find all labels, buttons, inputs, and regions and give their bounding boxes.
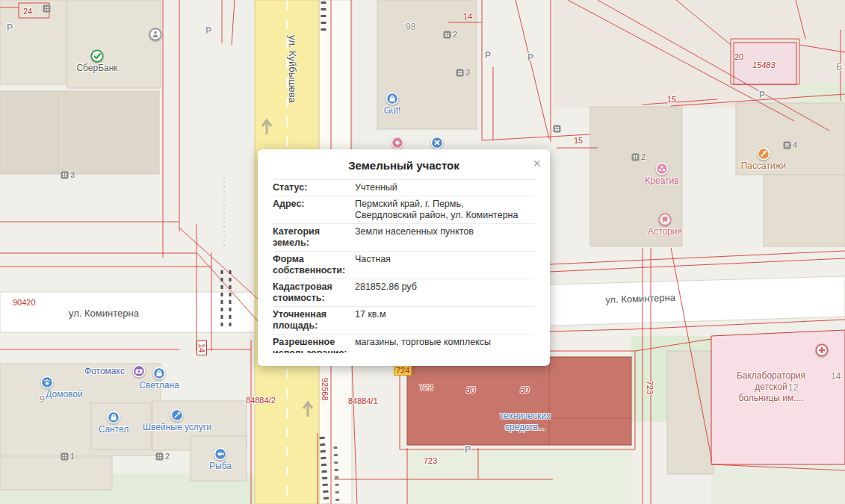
field-value: Земли населенных пунктов [355, 226, 486, 249]
building-number: 2 [165, 452, 170, 461]
popup-row: Форма собственности:Частная [273, 252, 535, 279]
building-marker [43, 4, 51, 13]
building-icon [43, 4, 51, 13]
popup-row: Статус:Учтенный [273, 180, 535, 196]
field-label: Кадастровая стоимость: [273, 281, 355, 304]
parking-icon: Р [527, 53, 533, 63]
field-label: Форма собственности: [273, 254, 355, 276]
parcel-number: 723 [419, 383, 433, 392]
building-icon [61, 452, 69, 461]
poi-label[interactable]: Креатив [645, 176, 678, 186]
poi-label[interactable]: Сантел [99, 425, 129, 435]
poi-label[interactable]: СберБанк [76, 63, 117, 73]
building-icon [783, 141, 791, 149]
building-number: 3 [465, 68, 470, 77]
fish-blue-icon[interactable] [214, 447, 227, 461]
tooth-pink-icon[interactable] [658, 213, 672, 226]
parking-icon: Р [465, 445, 471, 455]
building-number: 4 [793, 140, 797, 149]
shop-blue-icon[interactable] [386, 92, 399, 105]
map-text-label: техническихсредств... [500, 411, 551, 433]
building-icon [631, 153, 640, 161]
map-viewer[interactable]: ул. Куйбышеваул. Коминтернаул. Коминтерн… [0, 0, 845, 504]
popup-row: Категория земель:Земли населенных пункто… [273, 224, 535, 252]
popup-row: Разрешенное использование:магазины, торг… [273, 335, 535, 353]
building-marker: 2 [443, 30, 457, 39]
building-marker: 2 [155, 452, 170, 461]
poi-label[interactable]: Рыба [209, 461, 232, 471]
parcel-number: 20 [734, 52, 743, 61]
parking-icon: Р [485, 51, 491, 60]
field-value: 281852.86 руб [355, 281, 429, 304]
popup-row: Кадастровая стоимость:281852.86 руб [273, 279, 535, 307]
shop-blue-icon[interactable] [107, 411, 120, 424]
building-number: 3 [70, 170, 75, 179]
building-marker: 3 [61, 170, 75, 179]
building-marker: 1 [61, 452, 75, 461]
field-value: Частная [355, 254, 403, 276]
parcel-number: 30 [466, 385, 475, 394]
flower-pink-icon[interactable] [655, 162, 669, 175]
tools-orange-icon[interactable] [757, 147, 770, 161]
poi-label[interactable]: Gut! [384, 106, 401, 116]
parking-icon: Р [205, 26, 211, 36]
building-icon [456, 69, 464, 77]
house-number: 14 [831, 372, 841, 382]
popup-body: Статус:УчтенныйАдрес:Пермский край, г. П… [273, 179, 535, 353]
building-icon [61, 171, 69, 179]
poi-label[interactable]: Домовой [46, 390, 82, 399]
poi-label[interactable]: Швейные услуги [143, 423, 211, 432]
parcel-number: 15 [574, 136, 583, 145]
sberbank-icon[interactable] [90, 49, 104, 63]
field-value: Учтенный [355, 182, 409, 193]
parcel-number: 84884/1 [348, 396, 378, 405]
medcross-red-icon[interactable] [815, 343, 829, 357]
field-label: Разрешенное использование: [273, 337, 355, 353]
parking-icon: Р [7, 23, 13, 33]
field-value: Пермский край, г. Пермь, Свердловский ра… [355, 199, 535, 221]
house-number: 9 [40, 395, 45, 405]
map-text-line: больницы им.... [737, 393, 805, 404]
parcel-number: 724 [394, 365, 412, 376]
map-text-line: средств... [500, 422, 551, 433]
street-name: ул. Коминтерна [69, 308, 139, 319]
building-icon [155, 452, 164, 461]
parcel-number: 15483 [752, 60, 776, 69]
parcel-number: 24 [23, 7, 32, 16]
cross-blue-icon[interactable] [430, 136, 444, 149]
close-icon[interactable]: × [530, 154, 544, 173]
camera-purple-icon[interactable] [132, 364, 146, 378]
parcel-info-popup: Земельный участок × Статус:УчтенныйАдрес… [258, 149, 550, 366]
building-marker [553, 125, 561, 133]
map-text-line: Баклаборатория [737, 370, 805, 382]
shop-blue-icon[interactable] [152, 367, 166, 380]
field-label: Уточненная площадь: [273, 309, 355, 332]
poi-label[interactable]: Светлана [139, 381, 179, 391]
parcel-number: 15 [667, 95, 676, 104]
parcel-number: 723 [646, 381, 654, 394]
parcel-number: 90420 [13, 298, 36, 307]
building-marker: 3 [456, 68, 470, 77]
poi-label[interactable]: Астория [648, 227, 682, 237]
sewing-blue-icon[interactable] [170, 408, 184, 422]
popup-table: Статус:УчтенныйАдрес:Пермский край, г. П… [273, 180, 535, 353]
map-text-line: технических [500, 411, 551, 422]
street-name: ул. Куйбышева [287, 35, 297, 103]
field-value: магазины, торговые комплексы [355, 337, 503, 353]
house-number: 98 [406, 22, 415, 32]
building-icon [443, 31, 451, 39]
person-gray-icon[interactable] [149, 28, 162, 41]
paw-blue-icon[interactable] [40, 376, 54, 389]
map-text-line: детской [737, 382, 805, 393]
poi-label[interactable]: Фотомакс [84, 367, 125, 376]
house-number: Б [836, 63, 842, 72]
map-text-label: Баклабораториядетскойбольницы им.... [737, 370, 805, 404]
parcel-number: 30 [520, 385, 529, 394]
building-number: 1 [70, 452, 75, 461]
poi-label[interactable]: Пассатижи [741, 161, 787, 171]
building-number: 2 [453, 30, 457, 39]
building-marker: 2 [631, 152, 646, 161]
popup-row: Адрес:Пермский край, г. Пермь, Свердловс… [273, 196, 535, 224]
popup-title: Земельный участок [273, 159, 535, 172]
dot-pink-icon[interactable] [391, 136, 404, 149]
